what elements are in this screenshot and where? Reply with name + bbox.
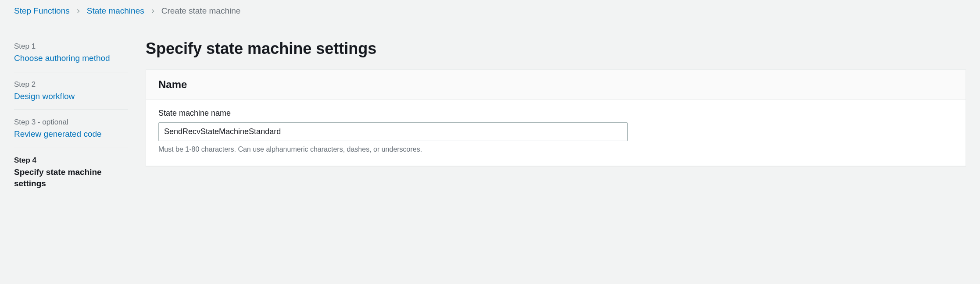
wizard-step-title[interactable]: Review generated code [14,128,128,140]
panel-header: Name [146,70,966,100]
wizard-step-number: Step 2 [14,80,128,89]
name-panel: Name State machine name Must be 1-80 cha… [146,69,966,166]
panel-body: State machine name Must be 1-80 characte… [146,100,966,166]
breadcrumb: Step Functions State machines Create sta… [0,0,980,22]
panel-header-title: Name [158,78,953,91]
wizard-step-number: Step 4 [14,156,128,165]
state-machine-name-hint: Must be 1-80 characters. Can use alphanu… [158,146,953,153]
wizard-step-title: Specify state machine settings [14,167,128,189]
breadcrumb-link-step-functions[interactable]: Step Functions [14,6,70,16]
wizard-step-2[interactable]: Step 2 Design workflow [14,72,128,110]
chevron-right-icon [76,9,81,14]
page-title: Specify state machine settings [146,39,966,58]
state-machine-name-input[interactable] [158,122,628,141]
breadcrumb-current: Create state machine [161,6,241,16]
main-content: Specify state machine settings Name Stat… [146,39,966,166]
wizard-step-title[interactable]: Design workflow [14,91,128,102]
breadcrumb-link-state-machines[interactable]: State machines [87,6,144,16]
wizard-step-title[interactable]: Choose authoring method [14,53,128,64]
wizard-sidebar: Step 1 Choose authoring method Step 2 De… [14,39,128,197]
wizard-step-4: Step 4 Specify state machine settings [14,148,128,197]
chevron-right-icon [150,9,155,14]
state-machine-name-label: State machine name [158,109,953,118]
wizard-step-1[interactable]: Step 1 Choose authoring method [14,39,128,72]
wizard-step-3[interactable]: Step 3 - optional Review generated code [14,110,128,148]
wizard-step-number: Step 3 - optional [14,118,128,127]
wizard-step-number: Step 1 [14,42,128,51]
